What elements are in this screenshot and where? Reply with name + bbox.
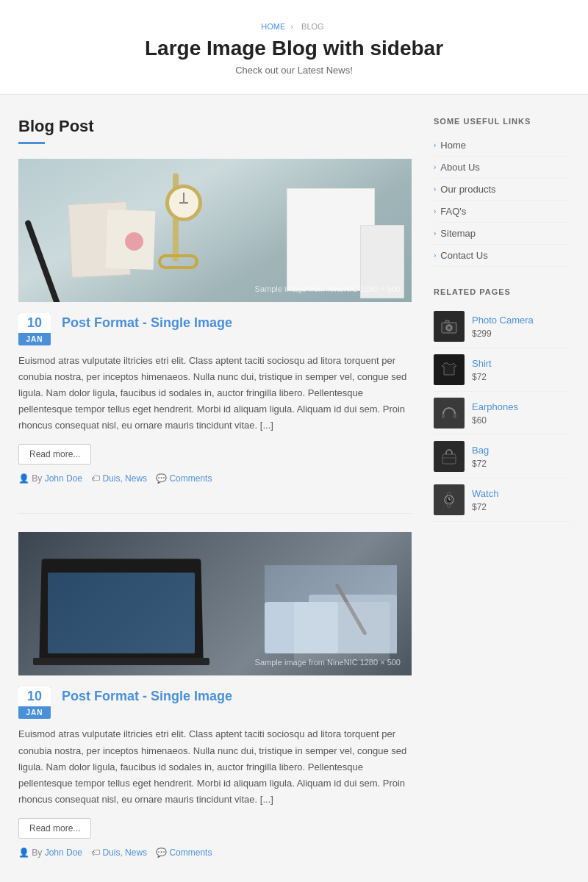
related-price-camera: $299: [472, 329, 492, 339]
chevron-icon: ›: [434, 229, 436, 237]
svg-point-2: [448, 326, 451, 329]
date-badge-2: 10 JAN: [18, 686, 51, 719]
site-title: Large Image Blog with sidebar: [15, 37, 573, 60]
related-thumb-watch: [434, 484, 465, 515]
useful-links-heading: SOME USEFUL LINKS: [434, 117, 570, 126]
link-about[interactable]: › About Us: [434, 162, 570, 173]
post-image-2: Sample image from NineNIC 1280 × 500: [18, 532, 412, 675]
breadcrumb-home[interactable]: HOME: [261, 22, 285, 31]
related-name-earphones[interactable]: Earphones: [472, 401, 570, 412]
related-item-watch: Watch $72: [434, 478, 570, 522]
sidebar: SOME USEFUL LINKS › Home › About Us: [434, 117, 570, 882]
tag-news-2[interactable]: News: [125, 847, 147, 858]
title-underline: [18, 142, 45, 144]
svg-rect-4: [442, 414, 445, 418]
site-subtitle: Check out our Latest News!: [15, 65, 573, 76]
related-thumb-earphones: [434, 398, 465, 429]
related-price-shirt: $72: [472, 372, 487, 382]
link-home[interactable]: › Home: [434, 140, 570, 151]
author-link-2[interactable]: John Doe: [45, 847, 82, 858]
author-label-2: 👤 By John Doe: [18, 847, 82, 858]
related-info-shirt: Shirt $72: [472, 358, 570, 382]
breadcrumb-separator: ›: [290, 22, 293, 31]
watermark-2: Sample image from NineNIC 1280 × 500: [255, 658, 401, 667]
date-badge-1: 10 JAN: [18, 313, 51, 345]
svg-rect-12: [448, 492, 451, 495]
breadcrumb: HOME › BLOG: [15, 22, 573, 31]
related-price-watch: $72: [472, 502, 487, 512]
comments-link-1[interactable]: Comments: [169, 473, 212, 484]
related-pages-section: RELATED PAGES Photo Camera $299: [434, 287, 570, 522]
post-footer-1: 👤 By John Doe 🏷 Duis, News 💬 Comments: [18, 473, 412, 484]
chevron-icon: ›: [434, 141, 436, 149]
link-contact[interactable]: › Contact Us: [434, 250, 570, 261]
site-header: HOME › BLOG Large Image Blog with sideba…: [0, 0, 588, 95]
post-meta-top-2: 10 JAN Post Format - Single Image: [18, 686, 412, 719]
tag-duis-2[interactable]: Duis: [102, 847, 120, 858]
link-item-faq: › FAQ's: [434, 201, 570, 223]
read-more-btn-1[interactable]: Read more...: [18, 444, 91, 465]
post-title-2[interactable]: Post Format - Single Image: [62, 686, 232, 705]
link-faq[interactable]: › FAQ's: [434, 206, 570, 217]
chevron-icon: ›: [434, 251, 436, 259]
related-info-watch: Watch $72: [472, 488, 570, 512]
breadcrumb-current: BLOG: [301, 22, 324, 31]
post-excerpt-2: Euismod atras vulputate iltricies etri e…: [18, 726, 412, 807]
post-title-1[interactable]: Post Format - Single Image: [62, 313, 232, 331]
date-day-1: 10: [18, 313, 51, 333]
post-image-1: Sample image from NineNIC 1280 × 500: [18, 159, 412, 302]
date-day-2: 10: [18, 686, 51, 706]
read-more-btn-2[interactable]: Read more...: [18, 818, 91, 839]
related-item-shirt: Shirt $72: [434, 348, 570, 392]
related-thumb-shirt: [434, 354, 465, 385]
date-month-2: JAN: [18, 706, 51, 719]
related-info-camera: Photo Camera $299: [472, 315, 570, 339]
svg-rect-6: [442, 454, 456, 464]
date-month-1: JAN: [18, 333, 51, 345]
link-products[interactable]: › Our products: [434, 184, 570, 195]
post-excerpt-1: Euismod atras vulputate iltricies etri e…: [18, 353, 412, 434]
useful-links-list: › Home › About Us › Our products: [434, 135, 570, 267]
chevron-icon: ›: [434, 207, 436, 215]
related-info-earphones: Earphones $60: [472, 401, 570, 426]
tag-duis-1[interactable]: Duis: [102, 473, 120, 484]
link-item-products: › Our products: [434, 179, 570, 201]
link-item-about: › About Us: [434, 157, 570, 179]
related-item-camera: Photo Camera $299: [434, 305, 570, 348]
related-name-camera[interactable]: Photo Camera: [472, 315, 570, 326]
link-sitemap[interactable]: › Sitemap: [434, 228, 570, 239]
related-item-bag: Bag $72: [434, 435, 570, 478]
content-area: Blog Post: [18, 117, 412, 882]
useful-links-section: SOME USEFUL LINKS › Home › About Us: [434, 117, 570, 267]
related-pages-heading: RELATED PAGES: [434, 287, 570, 296]
blog-post-2: Sample image from NineNIC 1280 × 500 10 …: [18, 532, 412, 857]
page-title: Blog Post: [18, 117, 412, 136]
related-info-bag: Bag $72: [472, 445, 570, 469]
comments-link-2[interactable]: Comments: [169, 847, 212, 858]
post-meta-top-1: 10 JAN Post Format - Single Image: [18, 313, 412, 345]
related-name-shirt[interactable]: Shirt: [472, 358, 570, 369]
main-container: Blog Post: [4, 95, 584, 882]
svg-rect-13: [448, 504, 451, 507]
author-label-1: 👤 By John Doe: [18, 473, 82, 484]
related-item-earphones: Earphones $60: [434, 392, 570, 435]
page-title-wrap: Blog Post: [18, 117, 412, 144]
related-name-bag[interactable]: Bag: [472, 445, 570, 456]
related-name-watch[interactable]: Watch: [472, 488, 570, 499]
link-item-sitemap: › Sitemap: [434, 223, 570, 245]
related-price-earphones: $60: [472, 415, 487, 426]
tag-news-1[interactable]: News: [125, 473, 147, 484]
link-item-contact: › Contact Us: [434, 245, 570, 267]
svg-rect-5: [453, 414, 456, 418]
chevron-icon: ›: [434, 185, 436, 193]
link-item-home: › Home: [434, 135, 570, 157]
post-divider-1: [18, 513, 412, 514]
chevron-icon: ›: [434, 163, 436, 171]
post-footer-2: 👤 By John Doe 🏷 Duis, News 💬 Comments: [18, 847, 412, 858]
author-link-1[interactable]: John Doe: [45, 473, 82, 484]
related-thumb-camera: [434, 311, 465, 342]
blog-post-1: Sample image from NineNIC 1280 × 500 10 …: [18, 159, 412, 484]
svg-rect-3: [445, 320, 449, 323]
related-thumb-bag: [434, 441, 465, 472]
watermark-1: Sample image from NineNIC 1280 × 500: [255, 284, 401, 293]
